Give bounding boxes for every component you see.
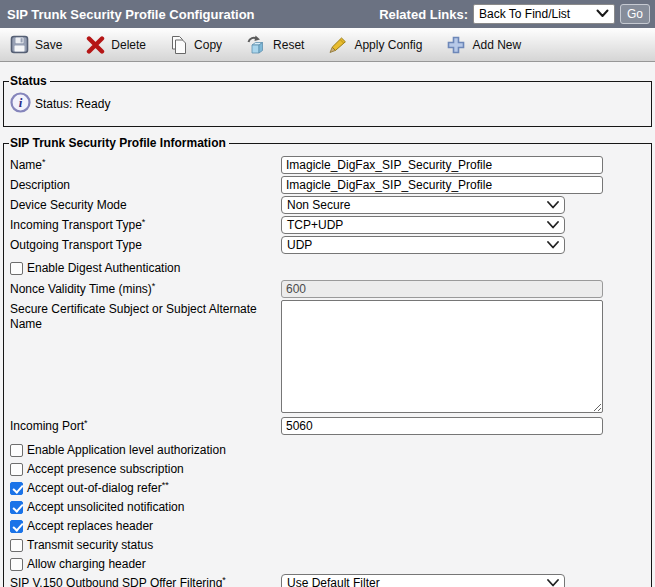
- name-input[interactable]: [281, 156, 603, 174]
- accept-out-of-dialog-refer-checkbox[interactable]: [10, 482, 23, 495]
- outgoing-transport-type-label: Outgoing Transport Type: [9, 238, 281, 253]
- toolbar: Save Delete Copy Reset: [0, 28, 655, 62]
- add-new-plus-icon: [446, 35, 466, 55]
- accept-presence-subscription-row: Accept presence subscription: [10, 462, 646, 476]
- name-label: Name*: [9, 158, 281, 173]
- outgoing-transport-type-row: Outgoing Transport Type UDP: [9, 236, 646, 254]
- outgoing-transport-type-value: UDP: [287, 238, 312, 252]
- outgoing-transport-type-select[interactable]: UDP: [281, 236, 565, 254]
- sip-v150-filtering-label: SIP V.150 Outbound SDP Offer Filtering*: [9, 576, 281, 587]
- nonce-validity-time-row: Nonce Validity Time (mins)*: [9, 280, 646, 298]
- accept-unsolicited-notification-label: Accept unsolicited notification: [27, 500, 184, 514]
- delete-button[interactable]: Delete: [86, 36, 146, 54]
- info-icon: i: [10, 92, 31, 116]
- copy-button[interactable]: Copy: [170, 35, 222, 55]
- related-links-select[interactable]: Back To Find/List: [473, 4, 615, 24]
- copy-icon: [170, 35, 188, 55]
- accept-unsolicited-notification-row: Accept unsolicited notification: [10, 500, 646, 514]
- accept-presence-subscription-checkbox[interactable]: [10, 463, 23, 476]
- accept-replaces-header-checkbox[interactable]: [10, 520, 23, 533]
- sip-v150-filtering-value: Use Default Filter: [287, 576, 380, 587]
- chevron-down-icon: [547, 218, 559, 232]
- enable-application-level-authorization-label: Enable Application level authorization: [27, 443, 226, 457]
- device-security-mode-row: Device Security Mode Non Secure: [9, 196, 646, 214]
- apply-config-pencil-icon: [328, 36, 348, 54]
- reset-label: Reset: [273, 38, 304, 52]
- accept-replaces-header-label: Accept replaces header: [27, 519, 153, 533]
- enable-digest-authentication-label: Enable Digest Authentication: [27, 261, 180, 275]
- accept-unsolicited-notification-checkbox[interactable]: [10, 501, 23, 514]
- delete-icon: [86, 36, 105, 54]
- go-button[interactable]: Go: [620, 4, 650, 24]
- incoming-transport-type-select[interactable]: TCP+UDP: [281, 216, 565, 234]
- related-links-selected-value: Back To Find/List: [479, 7, 570, 21]
- accept-replaces-header-row: Accept replaces header: [10, 519, 646, 533]
- svg-text:i: i: [19, 95, 23, 110]
- device-security-mode-select[interactable]: Non Secure: [281, 196, 565, 214]
- nonce-validity-time-input: [281, 280, 603, 298]
- transmit-security-status-label: Transmit security status: [27, 538, 153, 552]
- allow-charging-header-row: Allow charging header: [10, 557, 646, 571]
- chevron-down-icon: [547, 198, 559, 212]
- reset-icon: [246, 35, 267, 55]
- device-security-mode-value: Non Secure: [287, 198, 350, 212]
- status-row: i Status: Ready: [9, 89, 646, 119]
- incoming-port-label: Incoming Port*: [9, 419, 281, 434]
- profile-info-section: SIP Trunk Security Profile Information N…: [3, 136, 652, 587]
- incoming-port-input[interactable]: [281, 417, 603, 435]
- apply-config-label: Apply Config: [354, 38, 422, 52]
- status-section: Status i Status: Ready: [3, 74, 652, 127]
- description-input[interactable]: [281, 176, 603, 194]
- accept-presence-subscription-label: Accept presence subscription: [27, 462, 184, 476]
- related-links-label: Related Links:: [379, 7, 468, 22]
- enable-digest-auth-row: Enable Digest Authentication: [10, 261, 646, 275]
- status-legend: Status: [9, 74, 50, 88]
- secure-cert-subject-label: Secure Certificate Subject or Subject Al…: [9, 300, 281, 332]
- copy-label: Copy: [194, 38, 222, 52]
- transmit-security-status-row: Transmit security status: [10, 538, 646, 552]
- status-text: Status: Ready: [35, 97, 110, 111]
- nonce-validity-time-label: Nonce Validity Time (mins)*: [9, 282, 281, 297]
- transmit-security-status-checkbox[interactable]: [10, 539, 23, 552]
- related-links-group: Related Links: Back To Find/List Go: [379, 4, 650, 24]
- enable-application-level-authorization-checkbox[interactable]: [10, 444, 23, 457]
- title-bar: SIP Trunk Security Profile Configuration…: [0, 0, 655, 28]
- secure-cert-subject-textarea[interactable]: [281, 300, 603, 413]
- name-row: Name*: [9, 156, 646, 174]
- incoming-transport-type-value: TCP+UDP: [287, 218, 343, 232]
- enable-digest-authentication-checkbox[interactable]: [10, 262, 23, 275]
- page-title: SIP Trunk Security Profile Configuration: [7, 7, 379, 22]
- secure-cert-subject-row: Secure Certificate Subject or Subject Al…: [9, 300, 646, 413]
- incoming-port-row: Incoming Port*: [9, 417, 646, 435]
- add-new-label: Add New: [472, 38, 521, 52]
- delete-label: Delete: [111, 38, 146, 52]
- allow-charging-header-label: Allow charging header: [27, 557, 146, 571]
- chevron-down-icon: [547, 238, 559, 252]
- add-new-button[interactable]: Add New: [446, 35, 521, 55]
- sip-v150-filtering-select[interactable]: Use Default Filter: [281, 574, 565, 587]
- page-content: Status i Status: Ready SIP Trunk Securit…: [0, 62, 655, 587]
- save-label: Save: [35, 38, 62, 52]
- description-label: Description: [9, 178, 281, 193]
- chevron-down-icon: [547, 576, 559, 587]
- accept-out-of-dialog-refer-label: Accept out-of-dialog refer**: [27, 481, 169, 495]
- save-button[interactable]: Save: [10, 35, 62, 54]
- allow-charging-header-checkbox[interactable]: [10, 558, 23, 571]
- save-icon: [10, 35, 29, 54]
- enable-app-level-auth-row: Enable Application level authorization: [10, 443, 646, 457]
- description-row: Description: [9, 176, 646, 194]
- apply-config-button[interactable]: Apply Config: [328, 36, 422, 54]
- device-security-mode-label: Device Security Mode: [9, 198, 281, 213]
- chevron-down-icon: [596, 7, 609, 21]
- accept-out-of-dialog-refer-row: Accept out-of-dialog refer**: [10, 481, 646, 495]
- incoming-transport-type-row: Incoming Transport Type* TCP+UDP: [9, 216, 646, 234]
- reset-button[interactable]: Reset: [246, 35, 304, 55]
- sip-v150-filtering-row: SIP V.150 Outbound SDP Offer Filtering* …: [9, 574, 646, 587]
- profile-info-legend: SIP Trunk Security Profile Information: [9, 136, 229, 150]
- incoming-transport-type-label: Incoming Transport Type*: [9, 218, 281, 233]
